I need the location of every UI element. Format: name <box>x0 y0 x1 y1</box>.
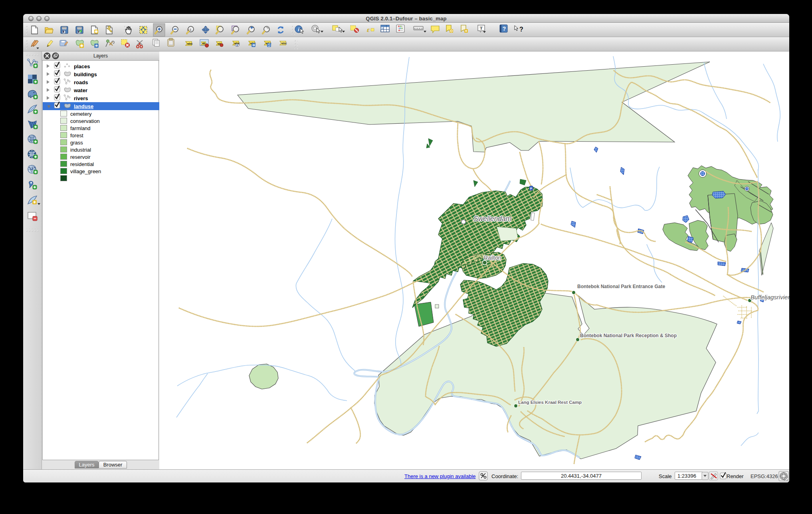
svg-text:P: P <box>530 187 533 190</box>
svg-text:Swellendam: Swellendam <box>473 215 511 223</box>
svg-text:T: T <box>480 26 483 30</box>
svg-text:Railton: Railton <box>484 255 501 261</box>
svg-text:Bontebok National Park Recepti: Bontebok National Park Reception & Shop <box>580 333 677 338</box>
svg-text:?: ? <box>519 26 523 33</box>
svg-text:Bontebok National Park Entranc: Bontebok National Park Entrance Gate <box>577 284 665 289</box>
svg-text:i: i <box>298 26 299 32</box>
svg-text:ε: ε <box>367 26 370 34</box>
svg-text:Lang Elsies Kraal Rest Camp: Lang Elsies Kraal Rest Camp <box>518 400 582 405</box>
svg-text:ab: ab <box>202 42 206 45</box>
svg-text:Buffeljagsrivier: Buffeljagsrivier <box>751 294 789 300</box>
svg-text:?: ? <box>503 26 506 32</box>
svg-text:1:1: 1:1 <box>187 28 192 32</box>
